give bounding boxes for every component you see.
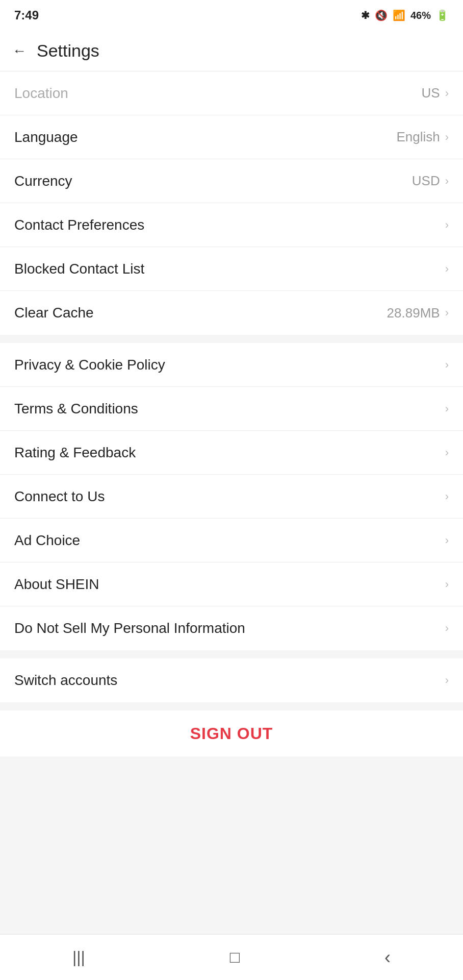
settings-item-do-not-sell[interactable]: Do Not Sell My Personal Information › [0,606,463,650]
chevron-icon: › [445,534,449,547]
page-title: Settings [37,41,99,61]
chevron-icon: › [445,306,449,320]
about-shein-label: About SHEIN [14,576,99,593]
connect-to-us-label: Connect to Us [14,488,105,505]
nav-menu-icon[interactable]: ||| [72,948,85,967]
wifi-icon: 📶 [393,9,405,21]
currency-label: Currency [14,173,72,189]
chevron-icon: › [445,218,449,232]
settings-item-clear-cache[interactable]: Clear Cache 28.89MB › [0,291,463,335]
location-right: US › [422,85,449,101]
language-value: English [396,129,440,145]
settings-group-2: Privacy & Cookie Policy › Terms & Condit… [0,343,463,650]
do-not-sell-right: › [445,622,449,635]
ad-choice-label: Ad Choice [14,532,80,549]
chevron-icon: › [445,622,449,635]
settings-item-privacy-cookie-policy[interactable]: Privacy & Cookie Policy › [0,343,463,387]
battery-icon: 🔋 [436,9,449,21]
clear-cache-label: Clear Cache [14,305,94,321]
nav-back-icon[interactable]: ‹ [384,947,391,968]
settings-item-ad-choice[interactable]: Ad Choice › [0,519,463,562]
do-not-sell-label: Do Not Sell My Personal Information [14,620,245,636]
settings-header: ← Settings [0,31,463,71]
settings-item-rating-feedback[interactable]: Rating & Feedback › [0,431,463,475]
contact-preferences-right: › [445,218,449,232]
settings-item-language[interactable]: Language English › [0,115,463,159]
rating-feedback-right: › [445,446,449,459]
switch-accounts-right: › [445,674,449,687]
mute-icon: 🔇 [375,9,388,21]
battery-text: 46% [410,10,431,21]
connect-to-us-right: › [445,490,449,503]
bottom-nav: ||| □ ‹ [0,934,463,980]
ad-choice-right: › [445,534,449,547]
settings-item-switch-accounts[interactable]: Switch accounts › [0,658,463,702]
status-icons: ✱ 🔇 📶 46% 🔋 [361,9,449,21]
settings-item-contact-preferences[interactable]: Contact Preferences › [0,203,463,247]
chevron-icon: › [445,87,449,100]
page-content: 7:49 ✱ 🔇 📶 46% 🔋 ← Settings Location US … [0,0,463,816]
settings-item-blocked-contact-list[interactable]: Blocked Contact List › [0,247,463,291]
nav-home-icon[interactable]: □ [230,948,240,967]
location-value: US [422,85,440,101]
currency-value: USD [412,173,440,189]
settings-group-1: Location US › Language English › Currenc… [0,71,463,335]
chevron-icon: › [445,578,449,591]
language-right: English › [396,129,449,145]
location-label: Location [14,85,68,102]
terms-conditions-right: › [445,402,449,415]
settings-item-terms-conditions[interactable]: Terms & Conditions › [0,387,463,431]
sign-out-section: SIGN OUT [0,710,463,756]
status-time: 7:49 [14,8,39,22]
settings-item-connect-to-us[interactable]: Connect to Us › [0,475,463,519]
settings-item-about-shein[interactable]: About SHEIN › [0,562,463,606]
about-shein-right: › [445,578,449,591]
bluetooth-icon: ✱ [361,9,370,21]
blocked-contact-list-right: › [445,262,449,276]
contact-preferences-label: Contact Preferences [14,217,144,233]
sign-out-button[interactable]: SIGN OUT [190,724,273,743]
clear-cache-right: 28.89MB › [387,305,449,321]
privacy-cookie-policy-label: Privacy & Cookie Policy [14,357,165,373]
chevron-icon: › [445,358,449,372]
back-button[interactable]: ← [12,43,27,59]
chevron-icon: › [445,490,449,503]
settings-item-location[interactable]: Location US › [0,71,463,115]
chevron-icon: › [445,175,449,188]
settings-group-3: Switch accounts › [0,658,463,702]
blocked-contact-list-label: Blocked Contact List [14,261,144,277]
clear-cache-value: 28.89MB [387,305,440,321]
chevron-icon: › [445,262,449,276]
chevron-icon: › [445,674,449,687]
currency-right: USD › [412,173,449,189]
status-bar: 7:49 ✱ 🔇 📶 46% 🔋 [0,0,463,31]
language-label: Language [14,129,78,145]
chevron-icon: › [445,402,449,415]
chevron-icon: › [445,131,449,144]
settings-item-currency[interactable]: Currency USD › [0,159,463,203]
privacy-cookie-policy-right: › [445,358,449,372]
chevron-icon: › [445,446,449,459]
switch-accounts-label: Switch accounts [14,672,117,689]
terms-conditions-label: Terms & Conditions [14,401,138,417]
rating-feedback-label: Rating & Feedback [14,445,136,461]
